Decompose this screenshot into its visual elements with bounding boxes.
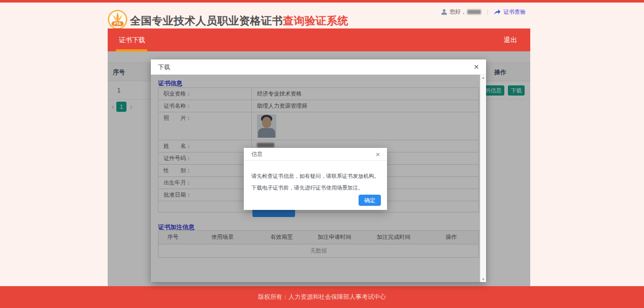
page-title-accent: 查询验证系统	[283, 15, 348, 26]
info-modal-titlebar: 信息 ×	[244, 148, 387, 161]
logout-button[interactable]: 退出	[504, 28, 517, 51]
logo-text: PTA	[114, 22, 121, 25]
download-modal-title: 下载	[158, 59, 170, 75]
scroll-down-icon[interactable]: ▼	[480, 278, 486, 281]
modal-scrollbar[interactable]: ▲ ▼	[480, 75, 486, 282]
separator: ｜	[485, 8, 490, 16]
info-modal: 信息 × 请先检查证书信息，如有疑问，请联系证书发放机构。 下载电子证书前，请先…	[244, 148, 387, 210]
ok-button[interactable]: 确定	[359, 195, 381, 206]
top-accent-strip	[0, 0, 644, 3]
header-user-box: 您好， ｜ 证书查验	[441, 8, 526, 16]
share-arrow-icon	[494, 9, 501, 15]
tab-cert-download[interactable]: 证书下载	[116, 28, 148, 51]
footer: 版权所有：人力资源和社会保障部人事考试中心	[0, 286, 644, 308]
user-name-redacted	[467, 10, 481, 14]
copyright-text: 版权所有：人力资源和社会保障部人事考试中心	[258, 293, 386, 300]
pta-logo-icon: PTA	[108, 10, 127, 29]
info-modal-message: 请先检查证书信息，如有疑问，请联系证书发放机构。 下载电子证书前，请先进行证书使…	[251, 170, 383, 194]
info-modal-title: 信息	[251, 148, 263, 161]
scroll-up-icon[interactable]: ▲	[480, 76, 486, 79]
download-modal-titlebar: 下载 ×	[151, 59, 486, 75]
page-title-main: 全国专业技术人员职业资格证书	[130, 15, 283, 26]
download-modal: 下载 × 证书信息 职业资格： 经济专业技术资格 证书名称： 助理人力资源管理师…	[151, 59, 486, 282]
main-nav: 证书下载 退出	[108, 28, 530, 51]
info-modal-close-icon[interactable]: ×	[373, 148, 383, 161]
greeting-text: 您好，	[449, 8, 466, 16]
info-message-line2: 下载电子证书前，请先进行证书使用场景加注。	[251, 182, 383, 194]
download-modal-close-icon[interactable]: ×	[471, 59, 482, 75]
page-title: 全国专业技术人员职业资格证书查询验证系统	[130, 14, 348, 28]
info-message-line1: 请先检查证书信息，如有疑问，请联系证书发放机构。	[251, 170, 383, 182]
user-icon	[441, 9, 447, 15]
cert-check-link[interactable]: 证书查验	[503, 8, 526, 16]
